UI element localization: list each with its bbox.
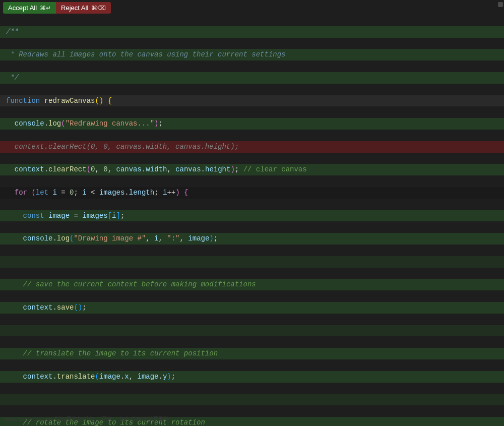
code-line: [0, 256, 504, 268]
accept-shortcut: ⌘↵: [40, 5, 51, 12]
watermark-text: www.toymoban.com 版权属作权所有 ，正软。 如有侵权请联系删除: [4, 415, 169, 423]
code-line: [0, 394, 504, 405]
code-line: // save the current context before makin…: [0, 279, 504, 290]
code-line: */: [0, 72, 504, 84]
code-line: [0, 325, 504, 337]
accept-all-button[interactable]: Accept All ⌘↵: [3, 2, 56, 14]
code-line: for (let i = 0; i < images.length; i++) …: [0, 187, 504, 199]
code-line: context.translate(image.x, image.y);: [0, 371, 504, 383]
minimap-scrollbar[interactable]: [497, 0, 504, 426]
code-line: const image = images[i];: [0, 210, 504, 222]
code-line: /**: [0, 26, 504, 38]
code-line: context.save();: [0, 302, 504, 314]
diff-toolbar: Accept All ⌘↵ Reject All ⌘⌫: [0, 0, 504, 14]
code-line: * Redraws all images onto the canvas usi…: [0, 49, 504, 60]
reject-all-label: Reject All: [61, 4, 88, 12]
reject-all-button[interactable]: Reject All ⌘⌫: [56, 2, 111, 14]
accept-all-label: Accept All: [8, 4, 37, 12]
code-line: context.clearRect(0, 0, canvas.width, ca…: [0, 164, 504, 175]
reject-shortcut: ⌘⌫: [91, 5, 106, 12]
code-line: console.log("Drawing image #", i, ":", i…: [0, 233, 504, 245]
scrollbar-thumb[interactable]: [498, 2, 503, 7]
code-editor[interactable]: /** * Redraws all images onto the canvas…: [0, 14, 504, 426]
code-line-removed: context.clearRect(0, 0, canvas.width, ca…: [0, 141, 504, 153]
code-line: console.log("Redrawing canvas...");: [0, 118, 504, 130]
code-line: // translate the image to its current po…: [0, 348, 504, 359]
code-line: function redrawCanvas() {: [0, 95, 504, 107]
